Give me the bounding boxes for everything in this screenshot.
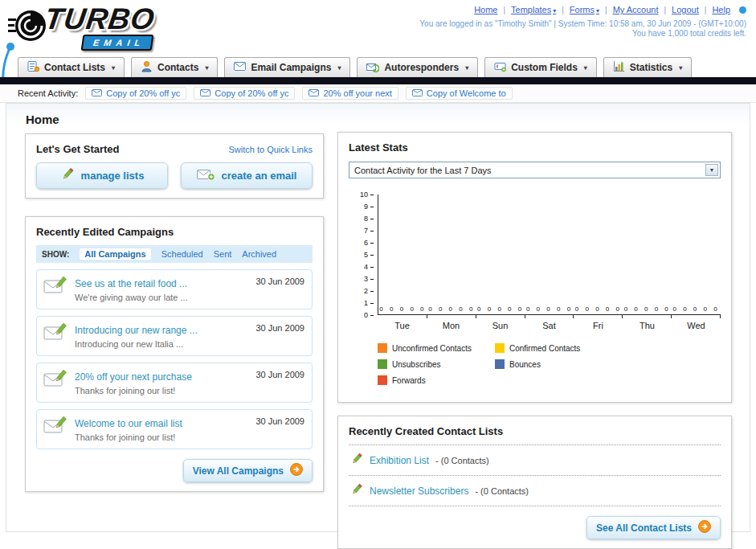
contact-list-item[interactable]: Exhibition List - (0 Contacts) bbox=[349, 445, 721, 476]
recent-activity-link[interactable]: Copy of Welcome to bbox=[427, 88, 506, 98]
top-link-forms[interactable]: Forms▾ bbox=[570, 5, 599, 14]
campaigns-tab-archived[interactable]: Archived bbox=[242, 249, 276, 259]
recent-activity-item[interactable]: Copy of 20% off yc bbox=[85, 87, 186, 100]
recent-activity-item[interactable]: 20% off your next bbox=[302, 87, 398, 100]
get-started-title: Let's Get Started bbox=[36, 143, 120, 155]
manage-lists-label: manage lists bbox=[81, 170, 145, 182]
dropdown-caret-icon: ▾ bbox=[205, 64, 208, 72]
campaign-title-link[interactable]: See us at the retail food ... bbox=[75, 278, 187, 289]
legend-label: Forwards bbox=[392, 376, 426, 385]
chart-y-tick: 0 bbox=[364, 311, 374, 319]
legend-label: Unconfirmed Contacts bbox=[392, 344, 472, 353]
chart-bar-group: 0 0 0 0 0 bbox=[574, 195, 623, 314]
top-link-logout[interactable]: Logout bbox=[672, 5, 699, 14]
nav-tab-contact-lists[interactable]: Contact Lists ▾ bbox=[18, 57, 125, 77]
campaigns-tab-sent[interactable]: Sent bbox=[214, 249, 232, 259]
nav-underline-bar bbox=[0, 77, 756, 84]
campaign-title-link[interactable]: Welcome to our email list bbox=[75, 418, 182, 429]
legend-swatch bbox=[495, 359, 505, 369]
campaign-date: 30 Jun 2009 bbox=[255, 416, 304, 426]
nav-tab-label: Autoresponders bbox=[384, 62, 459, 73]
recent-contact-lists-panel: Recently Created Contact Lists Exhibitio… bbox=[337, 416, 732, 549]
get-started-panel: Let's Get Started Switch to Quick Links … bbox=[25, 133, 324, 199]
show-label: SHOW: bbox=[42, 250, 69, 259]
select-arrow-icon: ▼ bbox=[705, 164, 718, 176]
see-all-contact-lists-button[interactable]: See All Contact Lists bbox=[586, 516, 721, 539]
campaign-item[interactable]: See us at the retail food ... We're givi… bbox=[36, 269, 313, 309]
latest-stats-panel: Latest Stats Contact Activity for the La… bbox=[337, 132, 732, 403]
chart-value-labels: 0 0 0 0 0 bbox=[427, 305, 476, 313]
top-link-my-account[interactable]: My Account bbox=[613, 5, 659, 14]
campaigns-tab-scheduled[interactable]: Scheduled bbox=[161, 249, 203, 259]
manage-lists-button[interactable]: manage lists bbox=[36, 162, 168, 189]
contact-list-link[interactable]: Newsletter Subscribers bbox=[370, 485, 468, 497]
campaign-date: 30 Jun 2009 bbox=[255, 323, 304, 333]
recent-activity-link[interactable]: Copy of 20% off yc bbox=[215, 88, 288, 98]
right-column: Latest Stats Contact Activity for the La… bbox=[337, 132, 732, 549]
top-link-templates[interactable]: Templates▾ bbox=[511, 5, 556, 14]
recent-activity-item[interactable]: Copy of Welcome to bbox=[406, 87, 513, 100]
chart-value-labels: 0 0 0 0 0 bbox=[525, 305, 574, 313]
legend-item: Forwards bbox=[378, 375, 495, 385]
dropdown-caret-icon: ▾ bbox=[584, 64, 587, 72]
contact-list-link[interactable]: Exhibition List bbox=[370, 455, 429, 466]
nav-tab-email-campaigns[interactable]: Email Campaigns ▾ bbox=[224, 57, 350, 77]
recent-campaigns-panel: Recently Edited Campaigns SHOW: All Camp… bbox=[25, 216, 324, 492]
legend-swatch bbox=[378, 359, 387, 369]
campaign-item[interactable]: 20% off your next purchase Thanks for jo… bbox=[36, 363, 313, 403]
chart-value-labels: 0 0 0 0 0 bbox=[623, 305, 672, 313]
chart-bar-group: 0 0 0 0 0 bbox=[525, 195, 574, 314]
nav-tab-autoresponders[interactable]: Autoresponders ▾ bbox=[357, 57, 478, 77]
view-all-campaigns-label: View All Campaigns bbox=[193, 465, 284, 477]
top-link-help[interactable]: Help bbox=[712, 5, 730, 14]
legend-item: Bounces bbox=[495, 359, 612, 369]
nav-tab-statistics[interactable]: Statistics ▾ bbox=[603, 57, 692, 77]
dropdown-caret-icon: ▾ bbox=[465, 64, 468, 72]
campaigns-tab-all[interactable]: All Campaigns bbox=[80, 248, 150, 260]
create-email-button[interactable]: create an email bbox=[181, 162, 313, 189]
envelope-icon bbox=[234, 62, 246, 73]
campaign-title-link[interactable]: 20% off your next purchase bbox=[75, 371, 192, 383]
dropdown-caret-icon: ▾ bbox=[553, 7, 556, 14]
credits-info: You have 1,000 total credits left. bbox=[632, 29, 746, 38]
chart-value-labels: 0 0 0 0 0 bbox=[672, 305, 721, 313]
page: TURBO EMAIL Home | Templates▾ | Forms▾ |… bbox=[0, 0, 756, 549]
legend-label: Unsubscribes bbox=[392, 360, 441, 369]
arrow-right-icon bbox=[290, 463, 303, 478]
nav-tab-label: Contacts bbox=[157, 62, 198, 73]
chart-y-tick: 4 bbox=[364, 263, 374, 271]
notification-dot-icon bbox=[739, 6, 746, 14]
dropdown-caret-icon: ▾ bbox=[596, 7, 599, 14]
envelope-icon bbox=[412, 88, 423, 98]
recent-activity-link[interactable]: Copy of 20% off yc bbox=[106, 88, 180, 98]
switch-quick-links-link[interactable]: Switch to Quick Links bbox=[228, 145, 313, 154]
chart-y-tick: 2 bbox=[364, 287, 374, 295]
recent-activity-item[interactable]: Copy of 20% off yc bbox=[194, 87, 295, 100]
chart-x-label: Sun bbox=[476, 321, 525, 330]
stats-period-select[interactable]: Contact Activity for the Last 7 Days ▼ bbox=[349, 162, 721, 178]
contact-list-item[interactable]: Newsletter Subscribers - (0 Contacts) bbox=[349, 476, 721, 506]
top-link-home[interactable]: Home bbox=[474, 5, 497, 14]
contact-activity-chart: 109876543210 0 0 0 0 00 0 0 0 00 0 0 0 0… bbox=[349, 195, 721, 330]
view-all-campaigns-button[interactable]: View All Campaigns bbox=[183, 459, 313, 482]
nav-tab-custom-fields[interactable]: Custom Fields ▾ bbox=[484, 57, 597, 77]
chart-bar-group: 0 0 0 0 0 bbox=[378, 195, 427, 314]
campaign-date: 30 Jun 2009 bbox=[255, 277, 304, 286]
campaign-edit-icon bbox=[43, 416, 67, 438]
recent-activity-link[interactable]: 20% off your next bbox=[323, 88, 391, 98]
left-column: Let's Get Started Switch to Quick Links … bbox=[25, 133, 324, 492]
envelope-icon bbox=[309, 88, 319, 98]
legend-item: Unconfirmed Contacts bbox=[378, 343, 495, 353]
form-field-icon bbox=[494, 60, 506, 75]
latest-stats-title: Latest Stats bbox=[349, 141, 721, 154]
campaign-subtitle: Thanks for joining our list! bbox=[75, 432, 182, 442]
legend-label: Bounces bbox=[509, 360, 541, 369]
chart-bar-group: 0 0 0 0 0 bbox=[427, 195, 476, 314]
chart-plot: 0 0 0 0 00 0 0 0 00 0 0 0 00 0 0 0 00 0 … bbox=[378, 195, 721, 315]
dropdown-caret-icon: ▾ bbox=[112, 64, 115, 72]
envelope-icon bbox=[92, 88, 102, 98]
campaign-item[interactable]: Introducing our new range ... Introducin… bbox=[36, 316, 313, 356]
nav-tab-contacts[interactable]: Contacts ▾ bbox=[131, 57, 218, 77]
campaign-item[interactable]: Welcome to our email list Thanks for joi… bbox=[36, 409, 313, 449]
campaign-title-link[interactable]: Introducing our new range ... bbox=[75, 325, 198, 336]
